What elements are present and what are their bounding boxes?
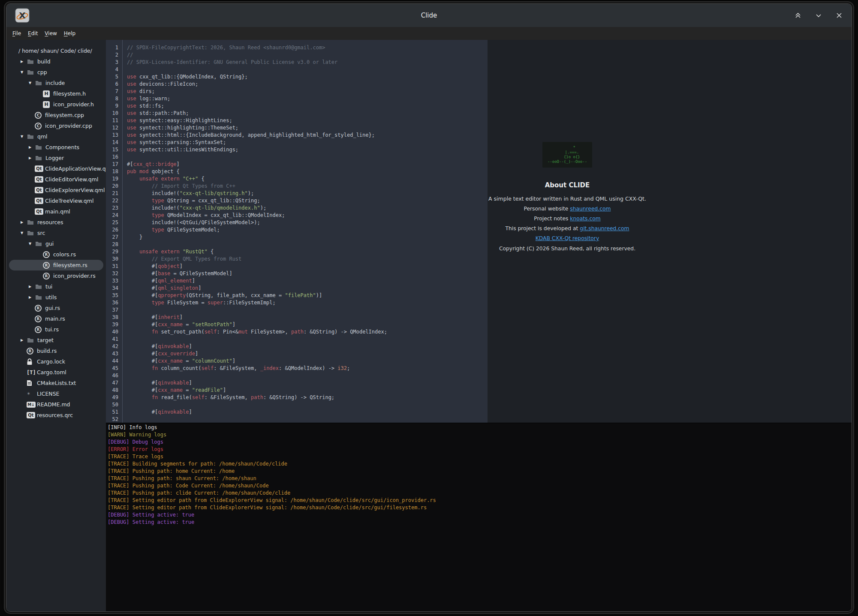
line-number: 27: [106, 234, 118, 241]
tree-item-filesystem-cpp[interactable]: Cfilesystem.cpp: [6, 110, 106, 120]
tree-item-components[interactable]: ▶Components: [6, 142, 106, 153]
tree-item-main-rs[interactable]: Rmain.rs: [6, 313, 106, 324]
qml-file-icon: Qt: [35, 198, 44, 204]
link-kdab-cxx-qt-repository[interactable]: KDAB CXX-Qt repository: [536, 235, 599, 241]
header-file-icon: H: [43, 101, 52, 108]
about-link-row: Project notes knoats.com: [505, 216, 629, 222]
code-line: include!(<QtGui/QFileSystemModel>);: [127, 219, 488, 226]
code-line: #[qml_singleton]: [127, 285, 488, 292]
about-panel: * |.===. {}o o{} --ooO--(_)--Ooo-- About…: [488, 40, 852, 423]
line-number: 42: [106, 343, 118, 350]
code-line: use log::warn;: [127, 95, 488, 102]
log-line-warn: [WARN] Warning logs: [108, 431, 852, 439]
file-tree: ▶build▼cpp▼includeHfilesystem.hHicon_pro…: [6, 56, 106, 421]
code-line: [127, 241, 488, 248]
tree-item-cpp[interactable]: ▼cpp: [6, 67, 106, 78]
folder-icon: [35, 284, 45, 289]
tree-item-colors-rs[interactable]: Rcolors.rs: [6, 249, 106, 260]
log-panel[interactable]: [INFO] Info logs[WARN] Warning logs[DEBU…: [106, 423, 852, 611]
code-line: //: [127, 51, 488, 59]
tree-item-icon-provider-cpp[interactable]: Cicon_provider.cpp: [6, 120, 106, 131]
window-title: Clide: [6, 12, 852, 19]
tree-item-src[interactable]: ▼src: [6, 228, 106, 238]
folder-icon: [27, 134, 36, 139]
tree-item-resources[interactable]: ▶resources: [6, 217, 106, 228]
code-line: #[cxx_name = "columnCount"]: [127, 358, 488, 365]
tree-item-label: icon_provider.h: [53, 101, 94, 108]
tree-item-tui[interactable]: ▶tui: [6, 281, 106, 292]
line-number: 43: [106, 350, 118, 358]
menu-help[interactable]: Help: [60, 30, 79, 36]
folder-icon: [27, 230, 36, 236]
qml-file-icon: Qt: [35, 187, 44, 193]
tree-item-build-rs[interactable]: Rbuild.rs: [6, 346, 106, 356]
rust-file-icon: R: [43, 251, 52, 258]
tree-item-icon-provider-rs[interactable]: Ricon_provider.rs: [6, 270, 106, 281]
code-line: fn read_file(self: &FileSystem, path: &Q…: [127, 394, 488, 401]
tree-item-utils[interactable]: ▶utils: [6, 292, 106, 303]
menu-view[interactable]: View: [41, 30, 60, 36]
code-line: [127, 336, 488, 343]
line-number: 44: [106, 358, 118, 365]
tree-item-clideeditorview-qml[interactable]: QtClideEditorView.qml: [6, 174, 106, 185]
tree-item-logger[interactable]: ▶Logger: [6, 153, 106, 163]
code-line: // Import Qt Types from C++: [127, 183, 488, 190]
ascii-art: * |.===. {}o o{} --ooO--(_)--Ooo--: [548, 145, 587, 164]
tree-item-clideapplicationview-qml[interactable]: QtClideApplicationView.qml: [6, 163, 106, 174]
tree-item-cargo-lock[interactable]: Cargo.lock: [6, 356, 106, 367]
tree-item-cargo-toml[interactable]: [T]Cargo.toml: [6, 367, 106, 378]
minimize-window-button[interactable]: [815, 12, 822, 19]
shade-window-button[interactable]: [794, 12, 802, 19]
link-knoats-com[interactable]: knoats.com: [570, 216, 600, 222]
tree-item-label: cpp: [37, 69, 47, 75]
tree-item-clidetreeview-qml[interactable]: QtClideTreeView.qml: [6, 195, 106, 206]
line-number: 4: [106, 66, 118, 73]
tree-item-gui[interactable]: ▼gui: [6, 238, 106, 249]
folder-icon: [35, 80, 45, 86]
tree-item-label: ClideApplicationView.qml: [45, 165, 106, 172]
tree-item-label: build.rs: [37, 348, 57, 354]
line-number: 7: [106, 88, 118, 95]
tree-item-gui-rs[interactable]: Rgui.rs: [6, 303, 106, 313]
tree-item-qml[interactable]: ▼qml: [6, 131, 106, 142]
line-number: 33: [106, 277, 118, 285]
tree-item-main-qml[interactable]: Qtmain.qml: [6, 206, 106, 217]
link-shaunreed-com[interactable]: shaunreed.com: [570, 206, 611, 212]
tree-item-filesystem-rs[interactable]: Rfilesystem.rs: [9, 260, 103, 270]
tree-item-tui-rs[interactable]: Rtui.rs: [6, 324, 106, 335]
tree-item-include[interactable]: ▼include: [6, 78, 106, 88]
line-number: 1: [106, 44, 118, 51]
app-window: X Clide FileEditViewHelp / hom: [6, 3, 852, 612]
line-number: 11: [106, 117, 118, 124]
line-number: 18: [106, 168, 118, 175]
tree-item-resources-qrc[interactable]: Qtresources.qrc: [6, 410, 106, 421]
code-editor[interactable]: 1234567891011121314151617181920212223242…: [106, 40, 488, 423]
tree-item-license[interactable]: ✶LICENSE: [6, 388, 106, 399]
folder-icon: [35, 144, 45, 150]
menu-bar: FileEditViewHelp: [6, 27, 852, 40]
tree-item-target[interactable]: ▶target: [6, 335, 106, 346]
tree-item-label: filesystem.cpp: [45, 112, 84, 118]
tree-item-cmakelists-txt[interactable]: CMakeLists.txt: [6, 378, 106, 388]
cpp-file-icon: C: [35, 123, 44, 129]
tree-item-readme-md[interactable]: M↓README.md: [6, 399, 106, 410]
close-window-button[interactable]: [835, 12, 843, 19]
line-number: 20: [106, 183, 118, 190]
code-line: #[qobject]: [127, 263, 488, 270]
menu-edit[interactable]: Edit: [24, 30, 41, 36]
code-line: use syntect::easy::HighlightLines;: [127, 117, 488, 124]
lock-icon: [27, 358, 36, 365]
tree-item-icon-provider-h[interactable]: Hicon_provider.h: [6, 99, 106, 110]
tree-item-build[interactable]: ▶build: [6, 56, 106, 67]
tree-item-label: target: [37, 337, 54, 343]
code-line: [127, 153, 488, 161]
link-git-shaunreed-com[interactable]: git.shaunreed.com: [580, 225, 629, 231]
line-number: 52: [106, 416, 118, 423]
code-line: #[cxx_name = "setRootPath"]: [127, 321, 488, 328]
code-line: #[qinvokable]: [127, 409, 488, 416]
tree-item-filesystem-h[interactable]: Hfilesystem.h: [6, 88, 106, 99]
line-number: 14: [106, 139, 118, 146]
tree-item-clideexplorerview-qml[interactable]: QtClideExplorerView.qml: [6, 185, 106, 195]
menu-file[interactable]: File: [9, 30, 24, 36]
folder-icon: [27, 219, 36, 225]
